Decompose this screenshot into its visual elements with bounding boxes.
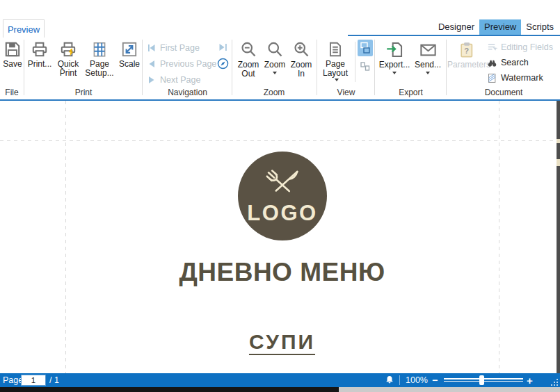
group-caption-export: Export: [376, 88, 446, 97]
statusbar-separator: [399, 375, 400, 385]
parameters-icon: ?: [457, 40, 476, 59]
group-caption-zoom: Zoom: [233, 88, 315, 97]
page-number-input[interactable]: [21, 375, 46, 386]
search-icon: [487, 58, 497, 68]
export-icon: [385, 40, 404, 59]
page-layout-icon: [326, 40, 344, 58]
print-button[interactable]: Print...: [26, 39, 53, 79]
svg-text:?: ?: [464, 47, 469, 55]
group-separator: [446, 40, 447, 95]
zoom-icon: [266, 40, 285, 59]
tab-preview-main[interactable]: Preview: [3, 19, 45, 39]
group-separator: [142, 40, 143, 95]
group-separator: [317, 40, 317, 95]
send-icon: [419, 40, 438, 59]
editing-fields-button[interactable]: Editing Fields: [487, 40, 553, 55]
export-button[interactable]: Export...: [378, 39, 410, 74]
group-separator: [232, 40, 232, 95]
ribbon-group-file: Save File: [0, 39, 24, 97]
quick-print-icon: [59, 40, 77, 58]
group-caption-print: Print: [25, 88, 142, 97]
mini-separator: [355, 42, 355, 82]
tab-preview[interactable]: Preview: [479, 19, 521, 35]
edge-notch: [557, 159, 560, 166]
printer-icon: [31, 40, 49, 58]
zoom-minus-button[interactable]: −: [432, 373, 438, 387]
ribbon-group-navigation: First Page Previous Page Next Page: [143, 39, 232, 97]
ribbon-group-export: Export... Send... Export: [376, 39, 446, 97]
chevron-down-icon: [392, 72, 397, 74]
compass-icon[interactable]: [217, 58, 229, 70]
bell-icon[interactable]: [384, 375, 395, 386]
editing-fields-icon: [487, 42, 497, 53]
single-page-view-button[interactable]: [358, 40, 373, 56]
zoom-out-icon: [239, 40, 258, 59]
resize-grip[interactable]: [551, 379, 558, 386]
multi-page-view-button[interactable]: [358, 58, 373, 75]
mode-tabs: Designer Preview Scripts: [433, 19, 559, 35]
edge-notch: [557, 139, 560, 143]
tab-preview-main-label: Preview: [8, 24, 40, 35]
ribbon: Save File Print...: [0, 38, 560, 101]
page-setup-icon: [90, 40, 109, 58]
logo-text: LOGO: [247, 201, 317, 225]
background-window-dark: [0, 387, 339, 392]
right-margin-guide: [499, 101, 499, 373]
scale-button[interactable]: Scale: [117, 39, 142, 79]
chevron-down-icon: [335, 79, 339, 81]
page-count: / 1: [49, 373, 59, 387]
report-preview-window: Preview Designer Preview Scripts Save Fi…: [0, 0, 560, 392]
chevron-down-icon: [273, 72, 277, 74]
group-caption-navigation: Navigation: [143, 88, 232, 97]
ribbon-group-zoom: Zoom Out Zoom Zoom In: [233, 39, 315, 97]
ribbon-group-view: Page Layout View: [318, 39, 374, 97]
tab-scripts[interactable]: Scripts: [521, 19, 559, 35]
report-page: LOGO ДНЕВНО МЕНЮ СУПИ: [65, 101, 499, 354]
menu-section-heading: СУПИ: [65, 330, 499, 354]
next-page-button[interactable]: Next Page: [147, 72, 232, 88]
parameters-button[interactable]: ? Parameters: [447, 39, 485, 70]
logo-circle: LOGO: [238, 152, 327, 240]
next-page-icon: [147, 76, 156, 84]
multi-page-view-icon: [360, 61, 371, 72]
zoom-in-button[interactable]: Zoom In: [288, 39, 314, 79]
previous-page-icon: [147, 60, 156, 68]
scale-icon: [120, 40, 138, 58]
zoom-in-icon: [292, 40, 311, 59]
quick-print-button[interactable]: Quick Print: [54, 39, 82, 79]
tab-underline: [348, 35, 560, 36]
watermark-button[interactable]: Watermark: [487, 70, 553, 85]
send-button[interactable]: Send...: [413, 39, 443, 74]
last-page-icon[interactable]: [218, 43, 227, 51]
group-caption-document: Document: [447, 88, 560, 97]
page-setup-button[interactable]: Page Setup...: [83, 39, 115, 79]
search-button[interactable]: Search: [487, 55, 553, 70]
zoom-out-button[interactable]: Zoom Out: [235, 39, 262, 79]
group-caption-view: View: [318, 88, 374, 97]
tab-designer[interactable]: Designer: [433, 19, 479, 35]
zoom-level: 100%: [406, 373, 428, 387]
zoom-plus-button[interactable]: +: [527, 373, 533, 387]
ribbon-tab-row: Preview Designer Preview Scripts: [0, 0, 560, 38]
ribbon-group-print: Print... Quick Print P: [25, 39, 142, 97]
watermark-icon: [487, 73, 497, 83]
save-icon: [3, 40, 22, 58]
report-preview-area: LOGO ДНЕВНО МЕНЮ СУПИ: [0, 101, 560, 373]
background-window-strip: [0, 387, 560, 392]
zoom-dropdown-button[interactable]: Zoom: [263, 39, 287, 79]
group-caption-file: File: [0, 88, 24, 97]
zoom-slider-thumb[interactable]: [479, 375, 484, 385]
group-separator: [374, 40, 375, 95]
first-page-icon: [147, 44, 156, 52]
restaurant-logo: LOGO: [238, 152, 327, 243]
group-separator: [24, 40, 24, 95]
ribbon-group-document: ? Parameters Editing Fields: [447, 39, 560, 97]
menu-title: ДНЕВНО МЕНЮ: [65, 258, 499, 287]
save-button[interactable]: Save: [2, 39, 23, 69]
status-bar: Page: / 1 100% − +: [0, 373, 560, 387]
chevron-down-icon: [426, 72, 430, 74]
page-layout-button[interactable]: Page Layout: [319, 39, 352, 81]
single-page-view-icon: [360, 42, 371, 54]
